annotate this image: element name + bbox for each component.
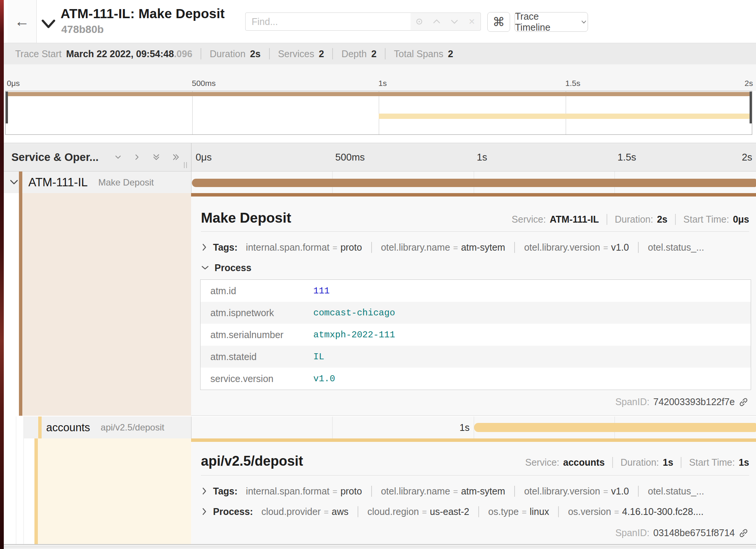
minimap-span-bar-1 — [6, 92, 752, 96]
process-label: Process: — [213, 506, 253, 517]
minimap-span-bar-2 — [379, 114, 752, 119]
span-id-atm: SpanID: 742003393b122f7e — [615, 396, 748, 407]
tag-item: otel.library.version = v1.0 — [514, 242, 629, 253]
row-collapse-icon[interactable] — [9, 178, 19, 186]
summary-duration: Duration 2s — [201, 48, 260, 59]
service-name: ATM-111-IL — [28, 176, 88, 189]
indent-gutter — [24, 438, 34, 544]
process-label: Process — [215, 262, 251, 273]
indent-gutter — [16, 416, 24, 438]
column-divider — [191, 143, 191, 171]
timeline-tick-2: 1s — [477, 143, 487, 171]
command-icon: ⌘ — [493, 15, 505, 29]
trace-id: 478b80b — [61, 23, 104, 36]
tags-row-accounts[interactable]: Tags: internal.span.format = proto otel.… — [201, 483, 751, 499]
trace-collapse-toggle[interactable] — [41, 18, 56, 30]
process-table-row: atm.stateid IL — [201, 346, 751, 368]
divider — [201, 475, 749, 476]
expand-all-icon[interactable] — [171, 152, 181, 162]
expand-one-icon[interactable] — [132, 153, 142, 162]
divider — [201, 231, 749, 232]
chevron-right-icon — [201, 487, 208, 495]
page-title: ATM-111-IL: Make Deposit — [61, 6, 225, 21]
operation-name: api/v2.5/deposit — [101, 422, 164, 433]
view-selector-label: Trace Timeline — [515, 11, 576, 33]
minimap-left-handle[interactable] — [6, 92, 8, 123]
service-operation-column-header: Service & Oper... — [11, 143, 99, 171]
keyboard-shortcuts-button[interactable]: ⌘ — [487, 12, 510, 32]
column-divider — [191, 172, 191, 193]
find-prev-icon[interactable] — [430, 15, 443, 28]
process-row-atm[interactable]: Process — [201, 259, 751, 276]
summary-trace-start: Trace Start March 22 2022, 09:54:48 .096 — [15, 48, 192, 59]
collapse-all-icon[interactable] — [151, 152, 161, 162]
operation-name: Make Deposit — [98, 177, 154, 188]
detail-info: Service:accounts Duration:1s Start Time:… — [525, 457, 749, 468]
service-name: accounts — [46, 421, 90, 434]
chevron-down-icon — [580, 18, 588, 26]
tags-row-atm[interactable]: Tags: internal.span.format = proto otel.… — [201, 239, 751, 256]
minimap-viewport[interactable] — [5, 91, 752, 135]
collapse-one-icon[interactable] — [114, 153, 123, 162]
minimap-tick-4: 2s — [745, 79, 753, 88]
tag-item: otel.library.name = atm-sytem — [371, 242, 506, 253]
find-next-icon[interactable] — [448, 15, 461, 28]
span-row-accounts[interactable]: accounts api/v2.5/deposit 1s — [4, 416, 756, 438]
minimap-tick-row: 0μs 500ms 1s 1.5s 2s — [4, 64, 756, 91]
detail-left-fill-atm — [22, 193, 191, 416]
span-row-atm-label[interactable]: ATM-111-IL Make Deposit — [28, 172, 154, 193]
minimap-tick-0: 0μs — [7, 79, 20, 88]
find-match-icon[interactable] — [413, 15, 426, 28]
detail-title: api/v2.5/deposit — [201, 453, 303, 469]
timeline-header-row: Service & Oper... 0μs 500ms 1s 1.5s 2s — [4, 143, 756, 172]
process-row-accounts[interactable]: Process: cloud.provider = aws cloud.regi… — [201, 503, 751, 520]
process-item: cloud.region = us-east-2 — [358, 506, 469, 517]
process-table-row: atm.serialnumber atmxph-2022-111 — [201, 324, 751, 346]
detail-top-border-accounts — [191, 438, 756, 442]
span-bar-accounts[interactable] — [474, 423, 756, 432]
detail-info: Service:ATM-111-IL Duration:2s Start Tim… — [512, 214, 749, 225]
back-button[interactable]: ← — [8, 0, 37, 43]
link-icon[interactable] — [739, 528, 748, 538]
tag-item: otel.library.name = atm-sytem — [371, 486, 506, 497]
minimap-tick-1: 500ms — [192, 79, 216, 88]
service-color-bar — [34, 438, 38, 544]
process-table-atm: atm.id 111 atm.ispnetwork comcast-chicag… — [200, 279, 751, 390]
find-clear-icon[interactable]: × — [465, 15, 478, 28]
process-item: os.type = linux — [478, 506, 549, 517]
minimap-gridline — [192, 91, 193, 134]
process-table-row: atm.id 111 — [201, 280, 751, 302]
process-item: os.version = 4.16.10-300.fc28.... — [558, 506, 703, 517]
tags-label: Tags: — [213, 486, 238, 497]
detail-top-border-atm — [191, 193, 756, 197]
chevron-right-icon — [201, 507, 208, 516]
find-input[interactable] — [245, 12, 411, 31]
timeline-tick-1: 500ms — [335, 143, 365, 171]
timeline-header-controls — [114, 143, 181, 171]
service-color-bar — [38, 416, 42, 438]
span-row-accounts-label[interactable]: accounts api/v2.5/deposit — [46, 416, 164, 438]
process-item: cloud.provider = aws — [261, 506, 348, 517]
span-bar-atm[interactable] — [192, 179, 756, 187]
column-resize-grip[interactable] — [184, 162, 187, 168]
span-id-accounts: SpanID: 03148be6751f8714 — [615, 527, 748, 538]
service-color-bar — [19, 193, 22, 416]
minimap-gridline — [566, 91, 566, 134]
indent-gutter — [4, 193, 16, 416]
timeline-tick-4: 2s — [742, 143, 752, 171]
minimap-right-handle[interactable] — [750, 92, 752, 123]
detail-left-fill-accounts — [38, 438, 191, 544]
span-start-label: 1s — [460, 422, 470, 433]
span-row-atm[interactable]: ATM-111-IL Make Deposit — [4, 172, 756, 193]
trace-view-selector[interactable]: Trace Timeline — [515, 12, 588, 32]
tag-item: otel.library.version = v1.0 — [514, 486, 629, 497]
process-table-row: service.version v1.0 — [201, 368, 751, 390]
bottom-divider — [4, 547, 756, 547]
summary-services: Services 2 — [269, 48, 324, 59]
tag-item: internal.span.format = proto — [246, 242, 362, 253]
span-detail-accounts: api/v2.5/deposit Service:accounts Durati… — [191, 442, 756, 544]
detail-header-accounts: api/v2.5/deposit Service:accounts Durati… — [201, 453, 749, 469]
tag-item: otel.status_... — [638, 242, 704, 253]
link-icon[interactable] — [739, 397, 748, 407]
chevron-down-icon — [201, 264, 209, 271]
